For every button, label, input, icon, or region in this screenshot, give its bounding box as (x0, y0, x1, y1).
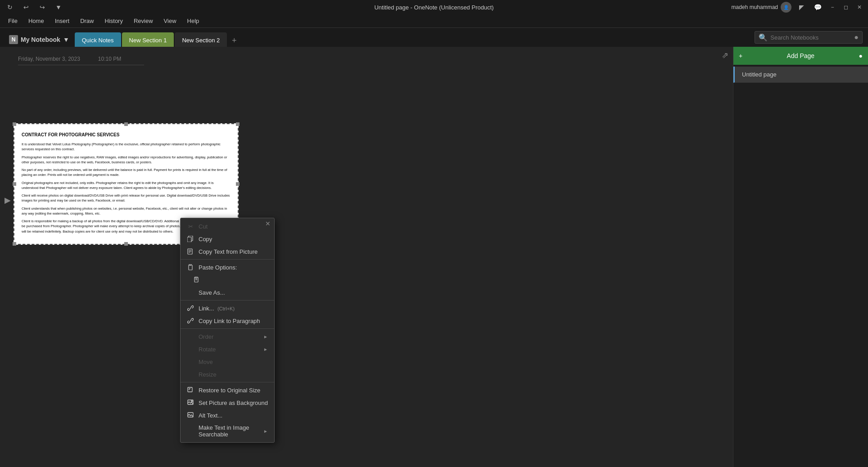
ctx-paste-options[interactable]: Paste Options: (181, 261, 274, 274)
menu-file[interactable]: File (4, 16, 22, 26)
ctx-alt-text-label: Alt Text... (199, 412, 222, 419)
tab-quick-notes[interactable]: Quick Notes (75, 32, 121, 48)
save-as-icon (187, 289, 194, 296)
tab-section1[interactable]: New Section 1 (122, 32, 174, 48)
ctx-order[interactable]: Order ► (181, 330, 274, 343)
handle-bm[interactable] (124, 242, 128, 246)
context-menu-close[interactable]: ✕ (265, 220, 271, 227)
doc-para-0: It is understood that Velvet Lotus Photo… (22, 142, 231, 152)
back-button[interactable]: ↻ (4, 1, 16, 13)
menu-help[interactable]: Help (183, 16, 204, 26)
titlebar-right: madeh muhammad 👤 ◤ 💬 − ◻ ✕ (732, 1, 864, 13)
menu-insert[interactable]: Insert (50, 16, 74, 26)
ctx-link[interactable]: Link... (Ctrl+K) (181, 302, 274, 314)
svg-rect-12 (188, 387, 192, 392)
document-title: CONTRACT FOR PHOTOGRAPHIC SERVICES (22, 131, 231, 138)
ctx-resize-label: Resize (199, 371, 217, 378)
menu-draw[interactable]: Draw (76, 16, 98, 26)
ctx-paste-label: Paste Options: (199, 264, 237, 271)
handle-tm[interactable] (124, 122, 128, 126)
doc-para-2: No part of any order, including previews… (22, 167, 231, 178)
add-icon: + (232, 36, 237, 45)
username: madeh muhammad (732, 4, 778, 10)
background-icon (187, 399, 194, 406)
ctx-move[interactable]: Move (181, 355, 274, 368)
svg-rect-6 (189, 265, 192, 270)
move-icon (187, 358, 194, 365)
customize-button[interactable]: ▼ (52, 1, 65, 13)
search-input[interactable] (770, 34, 851, 41)
searchable-arrow-icon: ► (263, 429, 268, 434)
notebook-dropdown-icon: ▼ (63, 36, 69, 43)
handle-bl[interactable] (13, 242, 16, 246)
add-section-button[interactable]: + (228, 34, 240, 47)
ctx-set-background[interactable]: Set Picture as Background (181, 396, 274, 409)
ctx-paste-sub[interactable] (181, 274, 274, 286)
ctx-copy-link[interactable]: Copy Link to Paragraph (181, 314, 274, 327)
menu-history[interactable]: History (100, 16, 127, 26)
menu-review[interactable]: Review (129, 16, 158, 26)
add-page-icon: + (739, 52, 742, 59)
redo-button[interactable]: ↪ (36, 1, 49, 13)
separator-2 (181, 300, 274, 301)
add-page-dot: ● (859, 52, 863, 59)
window-title: Untitled page - OneNote (Unlicensed Prod… (374, 4, 493, 11)
paste-sub-icon (193, 276, 200, 283)
ctx-copy[interactable]: Copy (181, 233, 274, 245)
restore-button[interactable]: ◤ (795, 1, 808, 13)
notebook-label[interactable]: N My Notebook ▼ (4, 32, 75, 47)
notebook-icon: N (9, 35, 18, 44)
ctx-save-as[interactable]: Save As... (181, 286, 274, 299)
content-area: ▶ ⇗ Friday, November 3, 2023 10:10 PM CO… (0, 47, 733, 467)
search-settings-icon[interactable]: ● (854, 33, 859, 41)
link-icon (187, 305, 194, 312)
ctx-rotate-label: Rotate (199, 346, 216, 353)
handle-tl[interactable] (13, 122, 16, 126)
ctx-cut-label: Cut (199, 223, 208, 230)
titlebar-left: ↻ ↩ ↪ ▼ (4, 1, 65, 13)
handle-tr[interactable] (236, 122, 240, 126)
ctx-restore[interactable]: Restore to Original Size (181, 384, 274, 396)
menu-home[interactable]: Home (24, 16, 49, 26)
ctx-copy-text[interactable]: Copy Text from Picture (181, 245, 274, 258)
page-item-label: Untitled page (742, 71, 777, 78)
order-arrow-icon: ► (263, 334, 268, 339)
expand-section-button[interactable]: ▶ (5, 195, 11, 205)
ctx-cut[interactable]: ✂ Cut (181, 220, 274, 233)
paste-icon (187, 264, 194, 271)
ctx-background-label: Set Picture as Background (199, 400, 268, 406)
separator-4 (181, 382, 274, 382)
maximize-button[interactable]: ◻ (841, 2, 851, 12)
ctx-resize[interactable]: Resize (181, 368, 274, 381)
page-list: Untitled page (733, 65, 868, 85)
page-item-untitled[interactable]: Untitled page (733, 67, 868, 83)
restore-icon (187, 386, 194, 394)
minimize-button[interactable]: − (827, 2, 837, 12)
tabbar: N My Notebook ▼ Quick Notes New Section … (0, 28, 868, 47)
undo-button[interactable]: ↩ (20, 1, 32, 13)
user-area: madeh muhammad 👤 (732, 2, 791, 13)
search-icon: 🔍 (759, 33, 768, 42)
add-page-label: Add Page (787, 52, 815, 59)
tab-section2[interactable]: New Section 2 (175, 32, 227, 48)
right-panel: + Add Page ● Untitled page (733, 47, 868, 467)
ctx-copy-text-label: Copy Text from Picture (199, 248, 258, 255)
add-page-button[interactable]: + Add Page ● (733, 47, 868, 65)
menu-view[interactable]: View (159, 16, 181, 26)
ctx-make-searchable[interactable]: Make Text in Image Searchable ► (181, 422, 274, 440)
search-notebooks[interactable]: 🔍 ● (755, 31, 863, 44)
copy-icon (187, 235, 194, 242)
notebook-name: My Notebook (21, 36, 60, 43)
doc-para-4: Client will receive photos on digital do… (22, 193, 231, 203)
doc-para-3: Original photographs are not included, o… (22, 180, 231, 191)
ctx-alt-text[interactable]: Alt Text... (181, 409, 274, 422)
close-button[interactable]: ✕ (854, 2, 864, 12)
ctx-restore-label: Restore to Original Size (199, 387, 260, 394)
ctx-rotate[interactable]: Rotate ► (181, 343, 274, 355)
handle-ml[interactable] (13, 182, 16, 186)
copy-link-icon (187, 317, 194, 324)
ctx-link-label: Link... (Ctrl+K) (199, 305, 235, 312)
handle-mr[interactable] (236, 182, 240, 186)
doc-para-1: Photographer reserves the right to use n… (22, 155, 231, 165)
messages-button[interactable]: 💬 (811, 1, 824, 13)
